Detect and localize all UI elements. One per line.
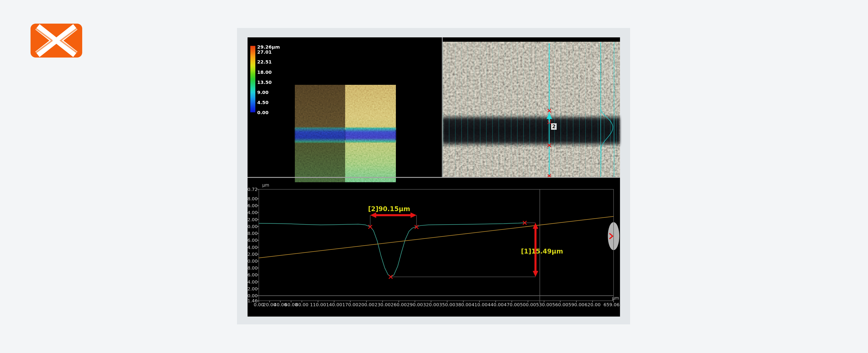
arrowhead-down-icon [533, 271, 538, 277]
y-tick-label: 12.00 [248, 251, 258, 257]
edge-distance-label: 209.95μm [594, 44, 599, 83]
y-tick-label: 4.00 [248, 279, 258, 285]
color-scale-label: 0.00 [257, 110, 269, 115]
plot-border [259, 189, 614, 301]
color-scale-label: 18.00 [257, 69, 272, 75]
vertical-divider [442, 37, 443, 177]
x-tick-label: 350.00 [439, 302, 455, 307]
measurement-label: [1]15.49μm [521, 248, 563, 255]
color-scale-label: 13.50 [257, 79, 272, 85]
arrowhead-right-icon [410, 212, 416, 218]
viewer-canvas: 29.26μm27.0122.5118.0013.509.004.500.00 [248, 37, 620, 317]
x-tick-label: 110.00 [310, 302, 326, 307]
page: 29.26μm27.0122.5118.0013.509.004.500.00 [0, 0, 868, 353]
y-tick-label: 24.00 [248, 210, 258, 215]
x-tick-label: 290.00 [407, 302, 423, 307]
y-axis-unit: μm [262, 182, 269, 187]
color-scale-label: 22.51 [257, 59, 272, 65]
color-scale-label: 27.01 [257, 49, 272, 55]
y-tick-label: 18.00 [248, 231, 258, 236]
color-scale-bar [250, 46, 255, 112]
direction-arrow-icon [547, 113, 552, 122]
surface-profile[interactable] [259, 223, 525, 277]
y-tick-label: 0.00 [248, 293, 258, 298]
y-tick-label: 22.00 [248, 217, 258, 222]
x-tick-label: 410.00 [471, 302, 488, 307]
viewer-panel: 29.26μm27.0122.5118.0013.509.004.500.00 [237, 28, 630, 324]
y-tick-label: 26.00 [248, 203, 258, 208]
x-tick-label: 230.00 [374, 302, 391, 307]
y-tick-label: 20.00 [248, 224, 258, 229]
arrowhead-left-icon [370, 212, 376, 218]
x-tick-label: 590.00 [568, 302, 584, 307]
color-scale-label: 29.26μm [257, 44, 280, 50]
y-tick-label: 10.00 [248, 258, 258, 264]
x-axis-unit: μm [612, 295, 619, 301]
x-tick-label: 470.00 [504, 302, 520, 307]
app-logo [31, 24, 82, 58]
measurement-label: [2]90.15μm [368, 205, 410, 213]
y-tick-label: -1.46 [248, 298, 258, 304]
logo-chevrons-icon [31, 24, 82, 58]
x-tick-label: 659.06 [603, 302, 620, 307]
x-tick-label: 140.00 [326, 302, 342, 307]
y-tick-label: 28.00 [248, 196, 258, 202]
y-tick-label: 8.00 [248, 265, 258, 271]
x-tick-label: 200.00 [359, 302, 374, 307]
surface-measure-overlay[interactable] [443, 37, 620, 177]
x-tick-label: 620.00 [584, 302, 600, 307]
x-tick-label: 530.00 [536, 302, 552, 307]
height-map-grain-texture [295, 85, 396, 182]
y-tick-label: 2.00 [248, 286, 258, 291]
y-tick-label: 16.00 [248, 238, 258, 243]
color-scale-label: 4.50 [257, 100, 269, 105]
x-tick-label: 80.00 [295, 302, 308, 307]
y-tick-label: 30.72 [248, 186, 258, 192]
height-map-view[interactable]: 29.26μm27.0122.5118.0013.509.004.500.00 [248, 37, 442, 177]
x-tick-label: 440.00 [488, 302, 503, 307]
x-tick-label: 500.00 [520, 302, 536, 307]
x-tick-label: 560.00 [552, 302, 568, 307]
surface-image-view[interactable]: 209.95μm 5.45μm 2 [443, 37, 620, 177]
measure-line-number-badge: 2 [551, 123, 557, 130]
edge-width-label: 5.45μm [608, 45, 613, 84]
y-tick-label: 14.00 [248, 245, 258, 250]
profile-chart[interactable]: 0.0020.0040.0060.0080.00110.00140.00170.… [248, 178, 620, 317]
x-tick-label: 320.00 [423, 302, 439, 307]
x-tick-label: 170.00 [342, 302, 359, 307]
x-tick-label: 380.00 [455, 302, 471, 307]
x-tick-label: 260.00 [391, 302, 407, 307]
color-scale-label: 9.00 [257, 90, 269, 95]
height-map-image[interactable] [295, 85, 396, 182]
y-tick-label: 6.00 [248, 272, 258, 278]
